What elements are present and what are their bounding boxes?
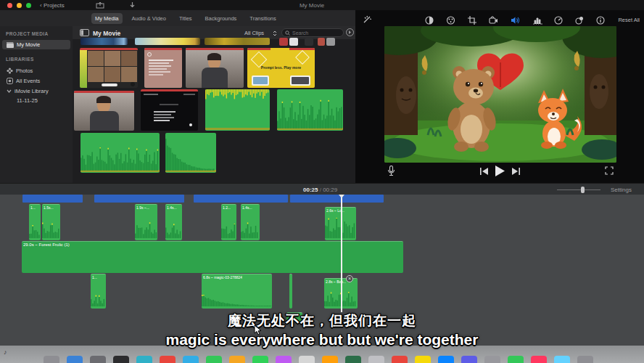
more-media-icon[interactable] (346, 28, 354, 36)
dock-icon[interactable] (183, 356, 199, 363)
video-bar-segment[interactable] (22, 195, 83, 203)
tab-my-media[interactable]: My Media (91, 13, 123, 24)
dock-icon[interactable] (322, 356, 338, 363)
play-icon[interactable] (495, 166, 505, 176)
timeline-settings-button[interactable]: Settings (611, 187, 632, 193)
speed-icon[interactable] (554, 16, 563, 25)
playhead[interactable] (341, 195, 342, 312)
dock-icon[interactable] (160, 356, 176, 363)
timeline-audio-clip[interactable]: 1.4s... (241, 204, 260, 240)
dock-icon[interactable] (577, 356, 593, 363)
share-icon[interactable] (96, 2, 104, 9)
zoom-window-icon[interactable] (26, 3, 31, 8)
dock-icon[interactable] (484, 356, 500, 363)
media-thumb-audio[interactable] (205, 89, 270, 131)
close-window-icon[interactable] (7, 3, 12, 8)
all-clips-filter[interactable]: All Clips (244, 30, 264, 36)
import-icon[interactable] (129, 2, 136, 9)
voiceover-mic-icon[interactable] (387, 166, 395, 176)
timeline-audio-clip[interactable]: 6.8s ~ magic-03-278824 (202, 274, 272, 309)
timeline-music-track[interactable]: 29.0s ~ Forest Frolic (1) (22, 241, 403, 273)
media-thumb-webcam[interactable] (186, 48, 244, 88)
dock-icon[interactable] (276, 356, 292, 363)
reset-all-button[interactable]: Reset All (618, 17, 640, 23)
dock-icon[interactable] (136, 356, 152, 363)
media-thumb-bear-collage[interactable] (80, 48, 138, 88)
noise-reduction-icon[interactable] (533, 16, 542, 25)
dock-icon[interactable] (415, 356, 431, 363)
media-mini-thumb[interactable] (326, 38, 335, 46)
search-input[interactable] (292, 30, 336, 36)
sidebar-item-event-11-11-25[interactable]: 11-11-25 (2, 96, 70, 105)
dock-icon[interactable] (368, 356, 384, 363)
dock-icon[interactable] (531, 356, 547, 363)
media-thumb-audio[interactable] (80, 133, 160, 173)
media-filmstrip[interactable] (135, 38, 200, 45)
media-thumb-screen-recording[interactable] (141, 89, 198, 131)
timeline-audio-clip[interactable] (289, 274, 292, 309)
info-icon[interactable] (596, 16, 605, 25)
media-thumb-audio[interactable] (277, 89, 343, 131)
tab-backgrounds[interactable]: Backgrounds (202, 13, 241, 24)
dock-icon[interactable] (508, 356, 524, 363)
video-bar-segment[interactable] (94, 195, 184, 203)
media-filmstrip[interactable] (80, 38, 128, 45)
media-mini-thumb[interactable] (279, 38, 288, 46)
enhance-wand-icon[interactable] (363, 15, 372, 24)
search-field[interactable] (281, 28, 344, 37)
dock-icon[interactable] (252, 356, 268, 363)
media-filmstrip[interactable] (205, 38, 270, 45)
remove-clip-icon[interactable]: × (346, 275, 353, 282)
previous-frame-icon[interactable] (480, 168, 488, 175)
dock-icon[interactable] (229, 356, 245, 363)
sidebar-item-photos[interactable]: Photos (2, 66, 70, 76)
media-mini-thumb[interactable] (318, 38, 325, 46)
media-mini-thumb[interactable] (305, 38, 313, 46)
media-thumb-yellow-slide[interactable]: Prompt less. Play more (247, 48, 315, 88)
sidebar-item-all-events[interactable]: All Events (2, 76, 70, 86)
sidebar-toggle-icon[interactable] (80, 29, 89, 36)
timeline-audio-clip[interactable]: 1... (91, 274, 106, 309)
color-balance-icon[interactable] (425, 16, 434, 25)
minimize-window-icon[interactable] (17, 3, 22, 8)
effects-icon[interactable] (575, 16, 584, 25)
dock-icon[interactable] (461, 356, 477, 363)
dock-icon[interactable] (299, 356, 315, 363)
timeline-audio-clip[interactable]: 1.4s... (165, 204, 182, 240)
dock-icon[interactable] (90, 356, 106, 363)
media-thumb-audio[interactable] (165, 133, 216, 173)
video-viewer[interactable] (384, 26, 616, 163)
volume-icon[interactable] (511, 16, 520, 25)
timeline-audio-clip[interactable]: 1.9s ~... (135, 204, 157, 240)
timeline-audio-clip[interactable]: 1.2... (221, 204, 236, 240)
media-thumb-document[interactable] (144, 48, 182, 88)
dock-icon[interactable] (345, 356, 361, 363)
back-to-projects-button[interactable]: ‹ Projects (40, 2, 65, 9)
sidebar-item-imovie-library[interactable]: iMovie Library (2, 86, 70, 96)
timeline-audio-clip[interactable]: 1... (29, 204, 41, 240)
media-thumb-webcam[interactable] (74, 91, 134, 131)
tab-transitions[interactable]: Transitions (246, 13, 279, 24)
dock-icon[interactable] (438, 356, 454, 363)
dock-icon[interactable] (206, 356, 222, 363)
stabilization-icon[interactable] (489, 16, 498, 25)
zoom-slider-thumb[interactable] (581, 187, 585, 193)
video-bar-segment[interactable] (290, 195, 384, 203)
media-mini-thumb[interactable] (289, 38, 298, 46)
tab-audio-video[interactable]: Audio & Video (128, 13, 170, 24)
next-frame-icon[interactable] (512, 168, 520, 175)
dock-icon[interactable] (44, 356, 59, 363)
fullscreen-icon[interactable] (605, 166, 614, 175)
video-bar-segment[interactable] (194, 195, 288, 203)
dock-icon[interactable] (113, 356, 129, 363)
tab-titles[interactable]: Titles (176, 13, 196, 24)
dock-icon[interactable] (67, 356, 83, 363)
timeline-audio-clip[interactable]: 1.5s... (42, 204, 60, 240)
dock-icon[interactable] (554, 356, 570, 363)
color-palette-icon[interactable] (446, 16, 455, 25)
sidebar-item-label: iMovie Library (15, 88, 49, 94)
crop-icon[interactable] (468, 16, 476, 25)
sidebar-item-my-movie[interactable]: My Movie (2, 40, 70, 49)
dock-icon[interactable] (392, 356, 408, 363)
zoom-slider-track[interactable] (557, 189, 600, 190)
